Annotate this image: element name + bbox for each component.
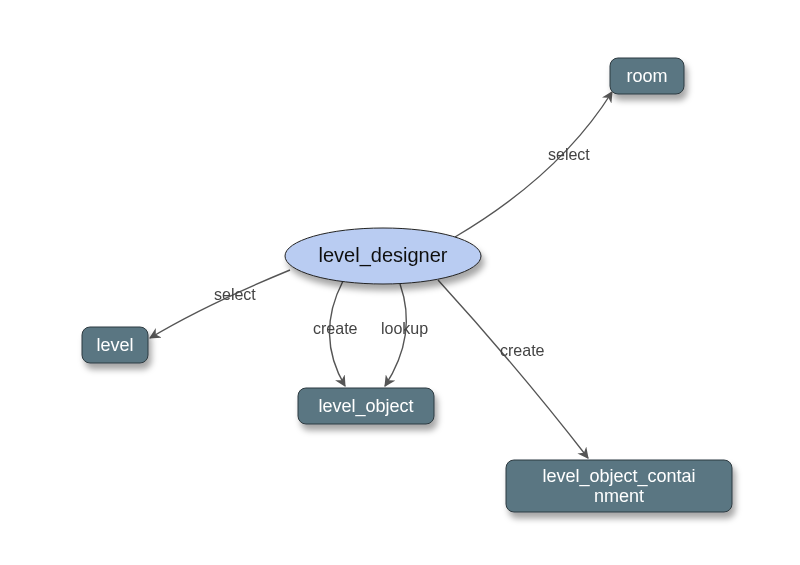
node-label: level (96, 335, 133, 355)
edge-path (438, 280, 588, 458)
diagram-canvas: selectselectcreatelookupcreate level_des… (0, 0, 800, 565)
node-room[interactable]: room (610, 58, 684, 94)
edge-label: lookup (381, 320, 428, 337)
node-label-line: nment (594, 486, 644, 506)
edge-path (455, 92, 612, 237)
node-label-line: level_object_contai (542, 466, 695, 487)
edge-create-2: create (313, 281, 358, 386)
node-level_designer[interactable]: level_designer (285, 228, 481, 284)
edge-label: create (313, 320, 358, 337)
node-level[interactable]: level (82, 327, 148, 363)
node-level_object[interactable]: level_object (298, 388, 434, 424)
edge-label: create (500, 342, 545, 359)
edge-select-0: select (455, 92, 612, 237)
edge-path (150, 270, 290, 338)
edge-label: select (548, 146, 590, 163)
edge-create-4: create (438, 280, 588, 458)
node-label: room (626, 66, 667, 86)
edge-select-1: select (150, 270, 290, 338)
node-level_object_containment[interactable]: level_object_containment (506, 460, 732, 512)
node-label: level_designer (319, 244, 448, 267)
edge-label: select (214, 286, 256, 303)
edge-lookup-3: lookup (381, 284, 428, 386)
node-label: level_object (318, 396, 413, 417)
